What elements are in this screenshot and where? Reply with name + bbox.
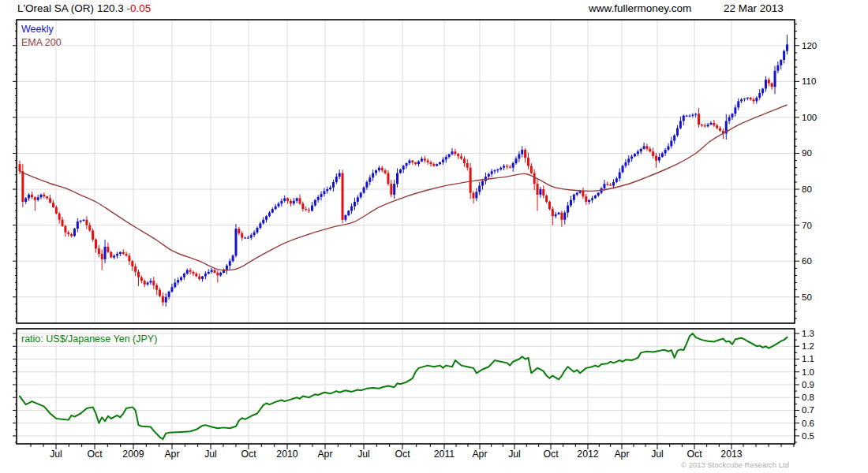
- candle-body: [411, 161, 413, 162]
- candle-body: [740, 99, 743, 101]
- candle-body: [34, 197, 36, 199]
- candle-body: [709, 123, 712, 125]
- candle-body: [533, 173, 536, 184]
- candle-body: [643, 146, 645, 148]
- candle-body: [603, 184, 605, 188]
- ratio-y-label: 1.2: [802, 341, 814, 351]
- candle-body: [286, 198, 289, 200]
- x-axis-label: Jul: [508, 449, 521, 460]
- candle-body: [609, 184, 612, 185]
- candle-body: [478, 186, 481, 192]
- candle-body: [119, 252, 122, 254]
- candle-body: [247, 238, 249, 239]
- candle-body: [195, 274, 197, 276]
- candle-body: [92, 230, 94, 239]
- candle-body: [208, 272, 210, 274]
- candle-body: [506, 166, 508, 166]
- candle-body: [234, 229, 237, 255]
- candle-body: [707, 125, 709, 126]
- candle-body: [378, 168, 380, 170]
- candle-body: [116, 254, 118, 255]
- candle-body: [499, 168, 502, 169]
- candle-body: [737, 101, 739, 107]
- candle-body: [162, 296, 164, 303]
- candle-body: [77, 222, 79, 229]
- candle-body: [542, 189, 544, 196]
- copyright-text: © 2013 Stockcube Research Ltd: [681, 460, 789, 469]
- candle-body: [509, 167, 511, 168]
- candle-body: [308, 210, 310, 210]
- price-y-label: 90: [802, 148, 812, 158]
- candle-body: [555, 214, 557, 216]
- candle-body: [98, 248, 100, 254]
- candle-body: [518, 155, 520, 159]
- candle-body: [83, 220, 85, 221]
- x-axis-label: Oct: [543, 449, 559, 460]
- x-axis-label: 2012: [577, 449, 599, 460]
- candle-body: [278, 203, 280, 206]
- candle-body: [149, 281, 152, 282]
- candle-body: [229, 261, 231, 266]
- ratio-y-label: 0.5: [802, 431, 814, 441]
- candle-body: [101, 254, 103, 259]
- candle-body: [268, 213, 271, 217]
- x-axis-label: 2011: [434, 449, 455, 460]
- candle-body: [622, 166, 624, 172]
- candle-body: [503, 166, 505, 167]
- candle-body: [204, 274, 207, 276]
- candle-body: [673, 136, 675, 141]
- candle-body: [661, 153, 664, 157]
- candle-body: [365, 182, 368, 188]
- candle-body: [256, 228, 259, 233]
- candle-body: [354, 202, 356, 207]
- candle-body: [107, 247, 109, 252]
- candle-body: [192, 272, 194, 274]
- candle-body: [439, 162, 441, 164]
- candle-body: [694, 114, 697, 114]
- x-axis-label: Oct: [687, 449, 702, 460]
- candle-body: [170, 287, 173, 292]
- candle-body: [667, 146, 669, 150]
- candle-body: [24, 198, 27, 202]
- candle-body: [320, 194, 323, 197]
- candle-body: [652, 151, 654, 156]
- candle-body: [369, 177, 371, 182]
- candle-body: [211, 270, 213, 272]
- candle-body: [591, 198, 593, 199]
- candle-body: [655, 156, 657, 161]
- candle-body: [573, 195, 575, 200]
- x-axis-label: Oct: [395, 449, 410, 460]
- candle-body: [780, 60, 782, 65]
- candle-body: [676, 128, 679, 136]
- candle-body: [670, 141, 672, 147]
- candle-body: [743, 99, 746, 99]
- candle-body: [527, 158, 529, 166]
- ratio-y-label: 0.8: [802, 393, 814, 402]
- candle-body: [311, 206, 313, 211]
- candle-body: [131, 261, 133, 266]
- candle-body: [649, 149, 651, 151]
- candle-body: [758, 93, 761, 98]
- candle-body: [168, 292, 170, 297]
- candle-body: [31, 195, 33, 197]
- candle-body: [701, 125, 703, 125]
- candle-body: [560, 213, 563, 220]
- candle-body: [180, 277, 182, 280]
- candle-body: [417, 162, 420, 164]
- price-y-label: 110: [802, 76, 816, 86]
- candle-body: [427, 161, 429, 162]
- candle-body: [28, 195, 30, 199]
- candle-body: [85, 220, 88, 225]
- candle-body: [125, 254, 128, 255]
- candle-body: [241, 233, 243, 238]
- candle-body: [64, 226, 66, 233]
- candle-body: [406, 163, 408, 166]
- candle-body: [488, 174, 490, 177]
- ratio-y-label: 1.1: [802, 354, 814, 363]
- candle-body: [755, 98, 758, 102]
- candle-body: [771, 84, 773, 88]
- candle-body: [582, 191, 584, 196]
- candle-body: [58, 214, 61, 220]
- candle-body: [606, 184, 608, 184]
- candle-body: [326, 189, 328, 191]
